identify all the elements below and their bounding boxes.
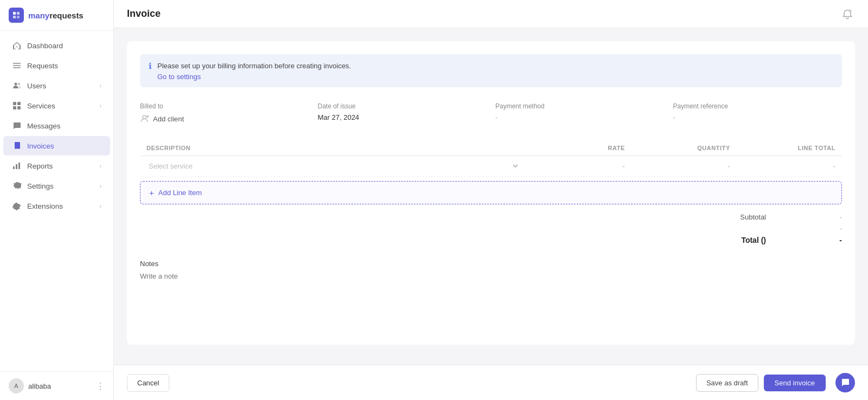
sidebar-item-label: Reports <box>27 162 53 170</box>
home-icon <box>12 41 22 50</box>
content-area: ℹ Please set up your billing information… <box>114 28 868 365</box>
notification-bell-icon[interactable] <box>840 7 855 22</box>
list-icon <box>12 61 22 70</box>
plus-icon: + <box>149 188 154 197</box>
billing-row: Billed to Add client Date of is <box>140 102 842 125</box>
svg-rect-12 <box>17 106 21 109</box>
sidebar-item-label: Invoices <box>27 142 54 150</box>
chat-button[interactable] <box>835 373 855 392</box>
invoice-icon <box>12 141 22 151</box>
add-person-icon <box>140 113 150 125</box>
sidebar-item-label: Settings <box>27 182 54 190</box>
notes-textarea[interactable] <box>140 272 842 294</box>
sidebar-item-reports[interactable]: Reports › <box>3 156 110 176</box>
total-value: - <box>799 236 842 244</box>
user-section: A alibaba ⋮ <box>0 371 113 400</box>
sidebar-item-label: Requests <box>27 62 58 70</box>
top-bar: Invoice <box>114 0 868 28</box>
date-label: Date of issue <box>318 102 487 110</box>
svg-rect-10 <box>17 102 21 105</box>
grid-icon <box>12 101 22 111</box>
add-client-label: Add client <box>153 115 184 123</box>
rate-column-header: Rate <box>526 140 631 156</box>
send-invoice-button[interactable]: Send invoice <box>764 375 826 391</box>
message-icon <box>12 121 22 131</box>
sidebar-item-requests[interactable]: Requests <box>3 56 110 75</box>
svg-point-7 <box>15 83 17 86</box>
payment-reference-value: - <box>673 113 843 121</box>
invoice-card: ℹ Please set up your billing information… <box>127 41 855 345</box>
svg-point-16 <box>849 9 852 12</box>
sidebar-item-extensions[interactable]: Extensions › <box>3 196 110 216</box>
svg-rect-4 <box>13 63 21 64</box>
invoice-table: Description Rate Quantity Line Total Sel… <box>140 140 842 177</box>
service-select-input[interactable]: Select service <box>146 162 520 171</box>
avatar: A <box>9 378 24 393</box>
sidebar-item-label: Extensions <box>27 202 63 210</box>
payment-method-label: Payment method <box>495 102 665 110</box>
go-to-settings-link[interactable]: Go to settings <box>157 73 351 81</box>
billed-to-field: Billed to Add client <box>140 102 309 125</box>
quantity-column-header: Quantity <box>631 140 737 156</box>
cancel-button[interactable]: Cancel <box>127 374 169 392</box>
subtotal-value: - <box>799 213 842 221</box>
sidebar-item-messages[interactable]: Messages <box>3 116 110 136</box>
add-client-button[interactable]: Add client <box>140 113 309 125</box>
svg-rect-15 <box>18 163 20 169</box>
svg-point-17 <box>143 115 146 119</box>
svg-rect-11 <box>13 106 16 109</box>
banner-content: Please set up your billing information b… <box>157 61 351 81</box>
banner-text: Please set up your billing information b… <box>157 61 351 72</box>
payment-method-value: - <box>495 113 665 121</box>
tax-row: - <box>712 224 842 233</box>
logo: manyrequests <box>0 0 113 31</box>
table-header: Description Rate Quantity Line Total <box>140 140 842 156</box>
main-content: Invoice ℹ Please set up your billing inf… <box>114 0 868 400</box>
logo-text: manyrequests <box>28 11 84 20</box>
line-total-column-header: Line Total <box>737 140 842 156</box>
date-value: Mar 27, 2024 <box>318 113 487 121</box>
info-icon: ℹ <box>149 61 152 71</box>
footer-bar: Cancel Save as draft Send invoice <box>114 365 868 400</box>
description-column-header: Description <box>140 140 526 156</box>
svg-rect-1 <box>17 12 20 15</box>
users-icon <box>12 81 22 91</box>
sidebar: manyrequests Dashboard Requests Users › <box>0 0 114 400</box>
sidebar-navigation: Dashboard Requests Users › Services › <box>0 31 113 371</box>
svg-rect-0 <box>13 12 16 15</box>
sidebar-item-services[interactable]: Services › <box>3 96 110 115</box>
footer-actions: Save as draft Send invoice <box>696 373 855 392</box>
notes-section: Notes <box>140 260 842 295</box>
sidebar-item-users[interactable]: Users › <box>3 76 110 95</box>
svg-rect-6 <box>13 67 21 68</box>
add-line-item-button[interactable]: + Add Line Item <box>140 181 842 204</box>
page-title: Invoice <box>127 8 161 20</box>
chevron-right-icon: › <box>100 103 101 109</box>
chart-icon <box>12 161 22 171</box>
svg-point-8 <box>18 83 20 85</box>
service-select-cell[interactable]: Select service <box>140 156 526 176</box>
svg-rect-14 <box>16 164 17 169</box>
sidebar-item-label: Users <box>27 82 46 90</box>
user-menu-icon[interactable]: ⋮ <box>96 381 105 391</box>
table-row: Select service - - - <box>140 156 842 176</box>
svg-rect-2 <box>13 16 16 18</box>
chevron-right-icon: › <box>100 203 101 209</box>
sidebar-item-dashboard[interactable]: Dashboard <box>3 36 110 55</box>
svg-rect-3 <box>17 16 20 18</box>
username: alibaba <box>28 382 92 390</box>
billed-to-label: Billed to <box>140 102 309 110</box>
chevron-right-icon: › <box>100 83 101 89</box>
save-draft-button[interactable]: Save as draft <box>696 374 758 392</box>
sidebar-item-label: Messages <box>27 122 61 130</box>
sidebar-item-invoices[interactable]: Invoices <box>3 136 110 156</box>
totals-section: Subtotal - - Total () - <box>140 213 842 244</box>
subtotal-label: Subtotal <box>712 213 766 221</box>
rate-cell: - <box>526 156 631 176</box>
line-total-cell: - <box>737 156 842 176</box>
grand-total-row: Total () - <box>712 236 842 244</box>
payment-reference-label: Payment reference <box>673 102 843 110</box>
date-of-issue-field: Date of issue Mar 27, 2024 <box>318 102 487 125</box>
svg-rect-9 <box>13 102 16 105</box>
sidebar-item-settings[interactable]: Settings › <box>3 176 110 196</box>
